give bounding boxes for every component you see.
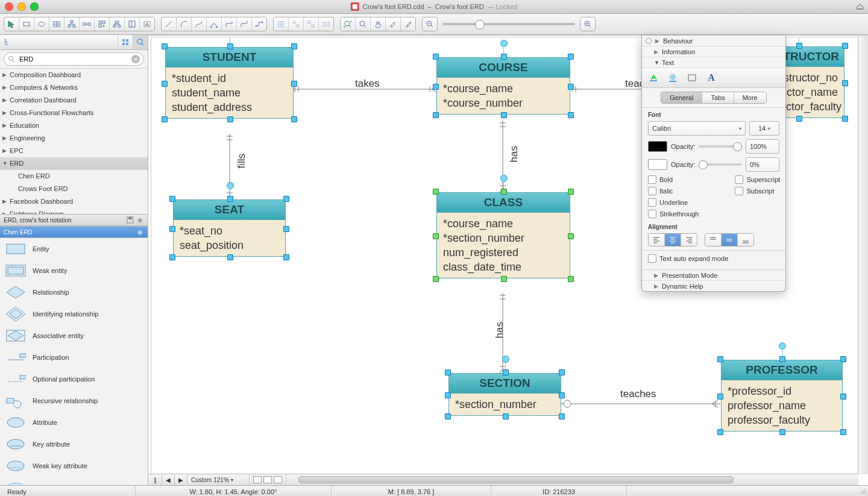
- shape-item[interactable]: Attribute: [0, 412, 148, 433]
- underline-checkbox[interactable]: Underline: [648, 198, 699, 207]
- bezier-tool[interactable]: [207, 17, 222, 31]
- shape-item[interactable]: Recursive relationship: [0, 390, 148, 412]
- tree-item[interactable]: ▶Computers & Networks: [0, 81, 148, 94]
- hbar-handle[interactable]: ∥: [148, 474, 162, 485]
- shape-item[interactable]: Identifying relationship: [0, 303, 148, 325]
- panel-tab-general[interactable]: General: [661, 92, 702, 103]
- ortho-tool[interactable]: [222, 17, 237, 31]
- valign-top[interactable]: [705, 234, 722, 246]
- brush-tool[interactable]: [401, 17, 415, 31]
- align-left[interactable]: [649, 234, 665, 246]
- panel-row-information[interactable]: ▶Information: [642, 46, 785, 57]
- tree-item[interactable]: ▼ERD: [0, 157, 148, 170]
- panel-tab-more[interactable]: More: [734, 92, 766, 103]
- zoom-readout[interactable]: Custom 121% ▾: [187, 474, 250, 485]
- shape-item[interactable]: Optional participation: [0, 368, 148, 390]
- smart-tool[interactable]: [252, 17, 266, 31]
- tree-item[interactable]: ▶Fishbone Diagram: [0, 208, 148, 214]
- tree-item[interactable]: Chen ERD: [0, 170, 148, 183]
- close-stencil-icon[interactable]: ⊗: [136, 216, 144, 224]
- close-window-button[interactable]: [5, 2, 13, 11]
- entity-student[interactable]: STUDENT *student_idstudent_namestudent_a…: [165, 47, 294, 119]
- pan-tool[interactable]: [371, 17, 386, 31]
- zoom-tool[interactable]: [356, 17, 371, 31]
- stencil-header[interactable]: ERD, crow's foot notation ⊗: [0, 214, 148, 226]
- opacity-value-1[interactable]: 100%: [746, 139, 779, 154]
- subscript-checkbox[interactable]: Subscript: [735, 187, 780, 195]
- snap-grid-tool[interactable]: [274, 17, 289, 31]
- panel-tab-tabs[interactable]: Tabs: [702, 92, 734, 103]
- zoom-out-button[interactable]: [422, 17, 438, 31]
- tree-item[interactable]: ▶Correlation Dashboard: [0, 94, 148, 107]
- superscript-checkbox[interactable]: Superscript: [735, 175, 780, 184]
- shape-item[interactable]: Relationship: [0, 281, 148, 303]
- page-thumbs[interactable]: [250, 474, 286, 485]
- entity-section[interactable]: SECTION *section_number: [448, 373, 561, 416]
- shape-item[interactable]: Key attribute: [0, 433, 148, 455]
- clear-search-button[interactable]: ✕: [131, 55, 140, 63]
- zoom-slider-knob[interactable]: [475, 20, 485, 30]
- panel-row-presentation[interactable]: ▶Presentation Mode: [642, 269, 785, 281]
- shape-item[interactable]: Weak key attribute: [0, 455, 148, 477]
- table-tool[interactable]: [49, 17, 64, 31]
- zoom-window-button[interactable]: [30, 2, 39, 11]
- close-stencil-active-icon[interactable]: ⊗: [136, 228, 144, 236]
- zoom-in-button[interactable]: [580, 17, 596, 31]
- bold-checkbox[interactable]: Bold: [648, 175, 699, 184]
- valign-middle[interactable]: [722, 234, 738, 246]
- snap-guide-tool[interactable]: [289, 17, 304, 31]
- sidebar-tab-grid[interactable]: [118, 35, 133, 49]
- align-right[interactable]: [681, 234, 697, 246]
- arc-tool[interactable]: [177, 17, 192, 31]
- tree-tool[interactable]: [64, 17, 80, 31]
- panel-row-help[interactable]: ▶Dynamic Help: [642, 281, 785, 291]
- opacity-value-2[interactable]: 0%: [746, 157, 779, 172]
- sidebar-tab-search[interactable]: [133, 35, 148, 49]
- tree-item[interactable]: ▶Engineering: [0, 132, 148, 145]
- shape-item[interactable]: Weak entity: [0, 260, 148, 281]
- hbar-prev[interactable]: ◀: [162, 474, 175, 485]
- font-size-select[interactable]: 14▾: [749, 121, 779, 136]
- entity-course[interactable]: COURSE *course_name*course_number: [436, 57, 570, 115]
- strike-checkbox[interactable]: Strikethrough: [648, 210, 699, 218]
- shape-item[interactable]: Participation: [0, 347, 148, 368]
- entity-professor[interactable]: PROFESSOR *professor_idprofessor_namepro…: [721, 360, 843, 432]
- resize-grip[interactable]: [858, 486, 867, 495]
- zoom-slider[interactable]: [442, 23, 575, 25]
- line-tool[interactable]: [162, 17, 177, 31]
- tree-item[interactable]: ▶Composition Dashboard: [0, 69, 148, 81]
- text-bg-swatch[interactable]: [648, 159, 667, 170]
- text-underline-icon[interactable]: [647, 71, 660, 84]
- tree-item[interactable]: ▶Cross-Functional Flowcharts: [0, 107, 148, 119]
- grid-add-tool[interactable]: [95, 17, 110, 31]
- stencil-active[interactable]: Chen ERD ⊗: [0, 226, 148, 238]
- chain-tool[interactable]: [80, 17, 95, 31]
- titlebar-corner-button[interactable]: [856, 2, 864, 11]
- text-tool[interactable]: A: [140, 17, 154, 31]
- snap-obj-tool[interactable]: [304, 17, 319, 31]
- round-tool[interactable]: [237, 17, 252, 31]
- rect-tool[interactable]: [19, 17, 34, 31]
- curve-tool[interactable]: [192, 17, 207, 31]
- text-box-icon[interactable]: [685, 71, 699, 84]
- search-input[interactable]: [18, 55, 128, 63]
- sidebar-tab-tree[interactable]: [0, 35, 14, 49]
- font-icon[interactable]: A: [705, 71, 718, 84]
- minimize-window-button[interactable]: [17, 2, 26, 11]
- zoom-fit-tool[interactable]: [341, 17, 356, 31]
- text-color-icon[interactable]: [666, 71, 679, 84]
- entity-class[interactable]: CLASS *course_name*section_numbernum_reg…: [436, 192, 570, 278]
- h-scroll-track[interactable]: [286, 474, 858, 485]
- italic-checkbox[interactable]: Italic: [648, 187, 699, 195]
- tree-item[interactable]: ▶EPC: [0, 145, 148, 157]
- shape-item[interactable]: Entity: [0, 238, 148, 260]
- auto-expand-checkbox[interactable]: Text auto expand mode: [648, 254, 779, 263]
- ellipse-tool[interactable]: [34, 17, 49, 31]
- vertical-scrollbar[interactable]: [858, 36, 868, 474]
- opacity-slider-1[interactable]: [699, 145, 742, 148]
- shape-item[interactable]: Associative entity: [0, 325, 148, 347]
- panel-row-text[interactable]: ▼Text: [642, 57, 785, 68]
- opacity-slider-2[interactable]: [699, 163, 742, 166]
- valign-bottom[interactable]: [738, 234, 753, 246]
- tree-item[interactable]: ▶Education: [0, 119, 148, 132]
